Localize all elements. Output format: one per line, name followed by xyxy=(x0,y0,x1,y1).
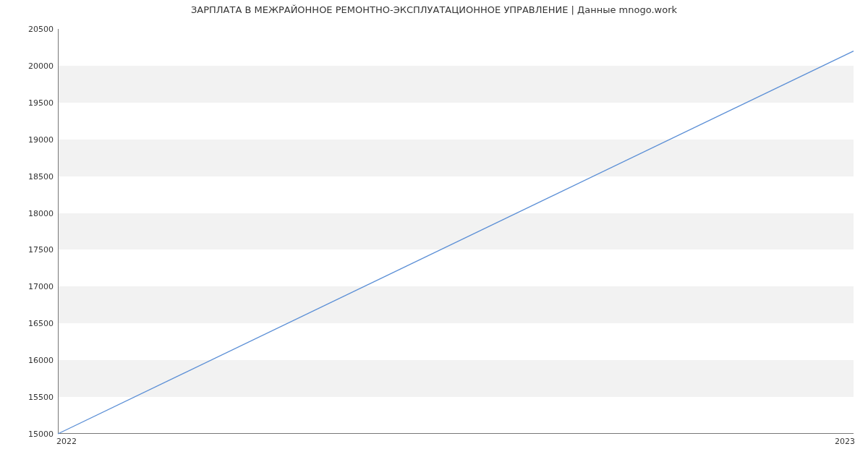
plot-area xyxy=(58,29,854,434)
line-series xyxy=(58,29,854,434)
y-tick-label: 17500 xyxy=(22,245,54,255)
y-tick-label: 20000 xyxy=(22,61,54,70)
x-tick-label: 2023 xyxy=(835,437,855,446)
y-tick-label: 20500 xyxy=(22,25,54,34)
x-tick-label: 2022 xyxy=(56,437,77,446)
y-tick-label: 19500 xyxy=(22,98,54,107)
y-tick-label: 19000 xyxy=(22,134,54,144)
y-tick-label: 18000 xyxy=(22,208,54,218)
y-tick-label: 15500 xyxy=(22,393,54,402)
y-tick-label: 16000 xyxy=(22,356,54,365)
chart-title: ЗАРПЛАТА В МЕЖРАЙОННОЕ РЕМОНТНО-ЭКСПЛУАТ… xyxy=(0,4,868,15)
y-tick-label: 18500 xyxy=(22,171,54,181)
chart-container: ЗАРПЛАТА В МЕЖРАЙОННОЕ РЕМОНТНО-ЭКСПЛУАТ… xyxy=(0,0,868,470)
svg-line-0 xyxy=(58,51,854,434)
y-tick-label: 16500 xyxy=(22,319,54,328)
y-tick-label: 15000 xyxy=(22,430,54,439)
y-tick-label: 17000 xyxy=(22,282,54,291)
